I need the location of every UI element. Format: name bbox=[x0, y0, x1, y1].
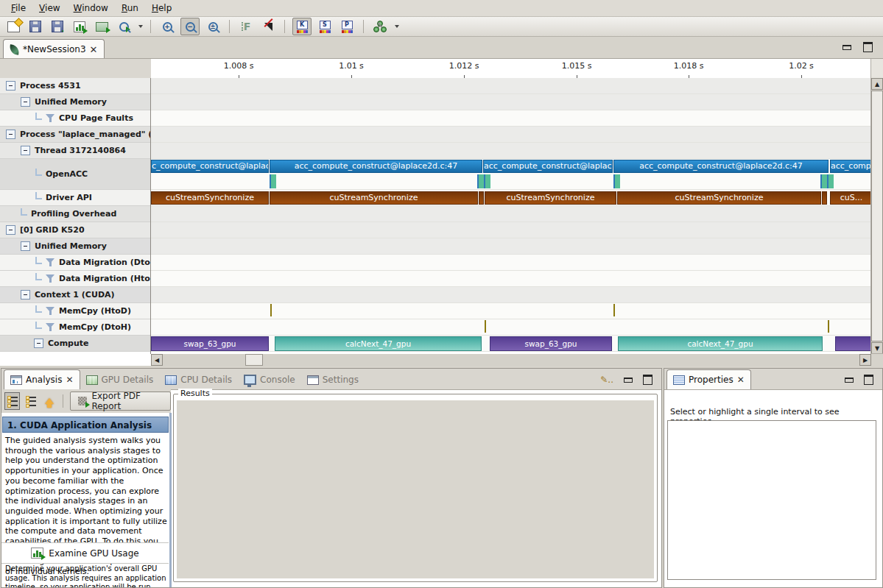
tab-session[interactable]: *NewSession3 ✕ bbox=[3, 39, 105, 59]
tab-analysis[interactable]: Analysis ✕ bbox=[4, 369, 80, 389]
openacc-interval[interactable]: c_compute_construct@laplace... bbox=[151, 160, 269, 173]
openacc-interval[interactable]: acc_comp... bbox=[830, 160, 871, 173]
scroll-left-button[interactable]: ◀ bbox=[151, 354, 163, 366]
track-unified-memory-gpu[interactable] bbox=[151, 238, 871, 255]
generate-timeline-button[interactable] bbox=[71, 18, 88, 35]
collapse-icon[interactable] bbox=[21, 146, 30, 155]
kernel-interval[interactable] bbox=[835, 336, 871, 351]
goto-marker-button[interactable] bbox=[259, 18, 277, 35]
collapse-icon[interactable] bbox=[21, 241, 30, 251]
driver-interval[interactable]: cuS... bbox=[830, 191, 871, 205]
tree-row-driver-api[interactable]: Driver API bbox=[0, 190, 150, 206]
tree-row-data-migration-htod[interactable]: Data Migration (HtoD) bbox=[0, 271, 150, 287]
collapse-icon[interactable] bbox=[6, 225, 15, 235]
track-context-1[interactable] bbox=[151, 287, 871, 303]
menu-file[interactable]: File bbox=[4, 1, 32, 15]
track-driver-api[interactable]: cuStreamSynchronize cuStreamSynchronize … bbox=[151, 190, 871, 206]
openacc-interval[interactable]: acc_compute_construct@laplace... bbox=[483, 160, 613, 173]
maximize-icon[interactable] bbox=[864, 375, 873, 385]
kernel-interval[interactable]: swap_63_gpu bbox=[490, 336, 612, 351]
tab-gpu-details[interactable]: GPU Details bbox=[80, 370, 160, 389]
memcpy-interval[interactable] bbox=[270, 304, 272, 316]
menu-view[interactable]: View bbox=[32, 1, 66, 15]
tree-row-memcpy-htod[interactable]: MemCpy (HtoD) bbox=[0, 303, 150, 319]
topology-button[interactable] bbox=[371, 18, 389, 35]
minimize-icon[interactable] bbox=[845, 378, 854, 383]
collapse-icon[interactable] bbox=[6, 81, 15, 91]
driver-interval[interactable]: cuStreamSynchronize bbox=[485, 191, 616, 205]
time-ruler[interactable]: 1.008 s 1.01 s 1.012 s 1.015 s 1.018 s 1… bbox=[151, 59, 871, 79]
menu-run[interactable]: Run bbox=[115, 1, 145, 15]
collapse-icon[interactable] bbox=[6, 130, 15, 139]
openacc-interval[interactable]: acc_compute_construct@laplace2d.c:47 bbox=[270, 160, 482, 173]
filter-icon[interactable] bbox=[46, 258, 55, 267]
vertical-scroll-thumb[interactable] bbox=[871, 91, 883, 341]
track-data-migration-dtoh[interactable] bbox=[151, 255, 871, 271]
kernel-interval[interactable]: swap_63_gpu bbox=[151, 336, 269, 351]
save-button[interactable] bbox=[27, 18, 44, 35]
track-data-migration-htod[interactable] bbox=[151, 271, 871, 287]
track-memcpy-dtoh[interactable] bbox=[151, 319, 871, 336]
scroll-up-button[interactable]: ▲ bbox=[871, 78, 883, 90]
track-process-laplace[interactable] bbox=[151, 127, 871, 143]
minimize-icon[interactable] bbox=[624, 378, 633, 383]
kernel-interval[interactable]: calcNext_47_gpu bbox=[618, 336, 823, 351]
scroll-down-button[interactable]: ▼ bbox=[871, 342, 883, 354]
filter-icon[interactable] bbox=[46, 322, 55, 332]
collapse-icon[interactable] bbox=[34, 339, 43, 348]
tree-row-process-laplace[interactable]: Process "laplace_managed" (538) bbox=[0, 127, 150, 143]
guided-mode-button[interactable] bbox=[4, 392, 20, 410]
openacc-marker[interactable] bbox=[820, 174, 827, 188]
zoom-out-button[interactable]: − bbox=[180, 18, 200, 35]
driver-interval[interactable]: cuStreamSynchronize bbox=[617, 191, 821, 205]
track-memcpy-htod[interactable] bbox=[151, 303, 871, 319]
zoom-in-button[interactable]: + bbox=[158, 18, 176, 35]
maximize-icon[interactable] bbox=[643, 375, 652, 385]
new-session-button[interactable] bbox=[4, 18, 22, 35]
vertical-scrollbar[interactable]: ▲ ▼ bbox=[870, 59, 883, 354]
close-icon[interactable]: ✕ bbox=[90, 45, 98, 54]
tab-properties[interactable]: Properties ✕ bbox=[666, 369, 751, 389]
driver-interval[interactable] bbox=[479, 191, 484, 205]
process-coloring-button[interactable]: P bbox=[338, 18, 356, 35]
back-up-button[interactable] bbox=[42, 393, 56, 409]
stream-coloring-button[interactable]: S bbox=[316, 18, 334, 35]
memcpy-interval[interactable] bbox=[485, 320, 486, 333]
zoom-fit-button[interactable]: ± bbox=[204, 18, 222, 35]
memcpy-interval[interactable] bbox=[828, 320, 829, 333]
openacc-marker[interactable] bbox=[613, 174, 620, 188]
openacc-marker[interactable] bbox=[477, 174, 484, 188]
filter-icon[interactable] bbox=[46, 306, 55, 316]
openacc-marker[interactable] bbox=[484, 174, 490, 188]
view-menu-icon[interactable]: ✎.. bbox=[600, 375, 613, 385]
openacc-marker[interactable] bbox=[270, 174, 276, 188]
kernel-interval[interactable]: calcNext_47_gpu bbox=[275, 336, 482, 351]
track-compute[interactable]: swap_63_gpu calcNext_47_gpu swap_63_gpu … bbox=[151, 336, 871, 352]
openacc-interval[interactable]: acc_compute_construct@laplace2d.c:47 bbox=[613, 160, 829, 173]
export-pdf-button[interactable]: Export PDF Report bbox=[70, 392, 171, 411]
track-profiling-overhead[interactable] bbox=[151, 206, 871, 222]
driver-interval[interactable]: cuStreamSynchronize bbox=[151, 191, 269, 205]
run-analysis-button[interactable] bbox=[93, 18, 110, 35]
track-grid-k520[interactable] bbox=[151, 222, 871, 238]
kernel-coloring-button[interactable]: K bbox=[292, 18, 312, 35]
filter-icon[interactable] bbox=[46, 274, 55, 283]
tree-row-context-1[interactable]: Context 1 (CUDA) bbox=[0, 287, 150, 303]
tree-row-unified-memory-gpu[interactable]: Unified Memory bbox=[0, 238, 150, 255]
menu-help[interactable]: Help bbox=[145, 1, 178, 15]
menu-window[interactable]: Window bbox=[67, 1, 115, 15]
horizontal-scroll-thumb[interactable] bbox=[245, 354, 263, 366]
examine-gpu-usage-button[interactable]: Examine GPU Usage bbox=[1, 542, 169, 564]
tree-row-compute[interactable]: Compute bbox=[0, 336, 150, 352]
panel-sash[interactable] bbox=[169, 413, 172, 587]
track-process-4531[interactable] bbox=[151, 78, 871, 94]
collapse-icon[interactable] bbox=[21, 97, 30, 107]
track-cpu-page-faults[interactable] bbox=[151, 110, 871, 127]
save-all-button[interactable]: ... bbox=[49, 18, 66, 35]
search-run-button[interactable] bbox=[115, 18, 133, 35]
collapse-icon[interactable] bbox=[21, 290, 30, 300]
tab-cpu-details[interactable]: CPU Details bbox=[159, 370, 238, 389]
track-openacc[interactable]: c_compute_construct@laplace... acc_compu… bbox=[151, 159, 871, 190]
minimize-icon[interactable] bbox=[842, 45, 851, 50]
openacc-marker[interactable] bbox=[827, 174, 834, 188]
